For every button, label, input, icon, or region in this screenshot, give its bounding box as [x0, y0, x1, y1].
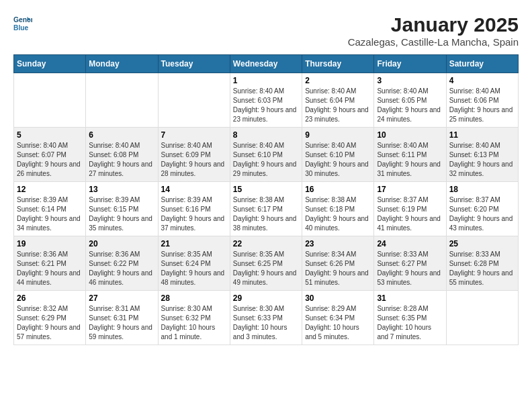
calendar-table: SundayMondayTuesdayWednesdayThursdayFrid… [13, 54, 519, 345]
calendar-cell: 12Sunrise: 8:39 AM Sunset: 6:14 PM Dayli… [14, 182, 86, 236]
cell-info: Sunrise: 8:30 AM Sunset: 6:32 PM Dayligh… [161, 304, 227, 342]
week-row-3: 12Sunrise: 8:39 AM Sunset: 6:14 PM Dayli… [14, 182, 519, 236]
cell-info: Sunrise: 8:31 AM Sunset: 6:31 PM Dayligh… [89, 304, 154, 342]
day-number: 14 [161, 185, 227, 194]
day-number: 17 [377, 185, 443, 194]
cell-info: Sunrise: 8:32 AM Sunset: 6:29 PM Dayligh… [17, 304, 83, 342]
calendar-cell: 29Sunrise: 8:30 AM Sunset: 6:33 PM Dayli… [230, 291, 302, 345]
logo: General Blue [13, 13, 32, 32]
day-number: 7 [161, 130, 227, 140]
calendar-cell: 27Sunrise: 8:31 AM Sunset: 6:31 PM Dayli… [86, 291, 158, 345]
page-subtitle: Cazalegas, Castille-La Mancha, Spain [348, 36, 519, 48]
cell-info: Sunrise: 8:37 AM Sunset: 6:20 PM Dayligh… [449, 195, 515, 233]
day-number: 28 [161, 293, 227, 303]
calendar-cell: 30Sunrise: 8:29 AM Sunset: 6:34 PM Dayli… [302, 291, 374, 345]
calendar-cell: 16Sunrise: 8:38 AM Sunset: 6:18 PM Dayli… [302, 182, 374, 236]
cell-info: Sunrise: 8:30 AM Sunset: 6:33 PM Dayligh… [233, 304, 299, 342]
cell-info: Sunrise: 8:36 AM Sunset: 6:22 PM Dayligh… [89, 250, 154, 287]
calendar-cell: 2Sunrise: 8:40 AM Sunset: 6:04 PM Daylig… [302, 73, 374, 128]
calendar-cell: 22Sunrise: 8:35 AM Sunset: 6:25 PM Dayli… [230, 236, 302, 291]
day-number: 19 [17, 239, 83, 248]
svg-text:Blue: Blue [13, 24, 29, 32]
calendar-cell: 26Sunrise: 8:32 AM Sunset: 6:29 PM Dayli… [14, 291, 86, 345]
day-number: 21 [161, 239, 227, 248]
day-number: 29 [233, 293, 299, 303]
calendar-cell: 10Sunrise: 8:40 AM Sunset: 6:11 PM Dayli… [374, 128, 446, 182]
day-number: 15 [233, 185, 299, 194]
calendar-cell: 21Sunrise: 8:35 AM Sunset: 6:24 PM Dayli… [158, 236, 230, 291]
cell-info: Sunrise: 8:28 AM Sunset: 6:35 PM Dayligh… [377, 304, 443, 342]
calendar-cell: 14Sunrise: 8:39 AM Sunset: 6:16 PM Dayli… [158, 182, 230, 236]
week-row-5: 26Sunrise: 8:32 AM Sunset: 6:29 PM Dayli… [14, 291, 519, 345]
calendar-cell: 3Sunrise: 8:40 AM Sunset: 6:05 PM Daylig… [374, 73, 446, 128]
cell-info: Sunrise: 8:40 AM Sunset: 6:08 PM Dayligh… [89, 141, 154, 179]
week-row-2: 5Sunrise: 8:40 AM Sunset: 6:07 PM Daylig… [14, 128, 519, 182]
calendar-cell: 17Sunrise: 8:37 AM Sunset: 6:19 PM Dayli… [374, 182, 446, 236]
day-number: 9 [305, 130, 371, 140]
logo-icon: General Blue [13, 13, 32, 32]
day-number: 3 [377, 76, 443, 85]
cell-info: Sunrise: 8:40 AM Sunset: 6:05 PM Dayligh… [377, 87, 443, 124]
calendar-cell [14, 73, 86, 128]
cell-info: Sunrise: 8:40 AM Sunset: 6:10 PM Dayligh… [233, 141, 299, 179]
cell-info: Sunrise: 8:35 AM Sunset: 6:25 PM Dayligh… [233, 250, 299, 287]
cell-info: Sunrise: 8:40 AM Sunset: 6:07 PM Dayligh… [17, 141, 83, 179]
cell-info: Sunrise: 8:39 AM Sunset: 6:16 PM Dayligh… [161, 195, 227, 233]
cell-info: Sunrise: 8:38 AM Sunset: 6:18 PM Dayligh… [305, 195, 371, 233]
calendar-cell: 13Sunrise: 8:39 AM Sunset: 6:15 PM Dayli… [86, 182, 158, 236]
weekday-header-thursday: Thursday [302, 55, 374, 73]
cell-info: Sunrise: 8:39 AM Sunset: 6:14 PM Dayligh… [17, 195, 83, 233]
page-title: January 2025 [348, 13, 519, 36]
weekday-header-saturday: Saturday [446, 55, 518, 73]
weekday-header-sunday: Sunday [14, 55, 86, 73]
day-number: 27 [89, 293, 154, 303]
day-number: 18 [449, 185, 515, 194]
day-number: 11 [449, 130, 515, 140]
cell-info: Sunrise: 8:40 AM Sunset: 6:04 PM Dayligh… [305, 87, 371, 124]
day-number: 23 [305, 239, 371, 248]
calendar-cell [86, 73, 158, 128]
cell-info: Sunrise: 8:35 AM Sunset: 6:24 PM Dayligh… [161, 250, 227, 287]
cell-info: Sunrise: 8:33 AM Sunset: 6:28 PM Dayligh… [449, 250, 515, 287]
weekday-header-tuesday: Tuesday [158, 55, 230, 73]
day-number: 10 [377, 130, 443, 140]
cell-info: Sunrise: 8:40 AM Sunset: 6:10 PM Dayligh… [305, 141, 371, 179]
day-number: 8 [233, 130, 299, 140]
calendar-cell: 25Sunrise: 8:33 AM Sunset: 6:28 PM Dayli… [446, 236, 518, 291]
calendar-cell: 5Sunrise: 8:40 AM Sunset: 6:07 PM Daylig… [14, 128, 86, 182]
day-number: 16 [305, 185, 371, 194]
cell-info: Sunrise: 8:37 AM Sunset: 6:19 PM Dayligh… [377, 195, 443, 233]
cell-info: Sunrise: 8:33 AM Sunset: 6:27 PM Dayligh… [377, 250, 443, 287]
calendar-cell: 6Sunrise: 8:40 AM Sunset: 6:08 PM Daylig… [86, 128, 158, 182]
calendar-cell [158, 73, 230, 128]
cell-info: Sunrise: 8:40 AM Sunset: 6:13 PM Dayligh… [449, 141, 515, 179]
day-number: 12 [17, 185, 83, 194]
cell-info: Sunrise: 8:40 AM Sunset: 6:03 PM Dayligh… [233, 87, 299, 124]
calendar-cell: 7Sunrise: 8:40 AM Sunset: 6:09 PM Daylig… [158, 128, 230, 182]
cell-info: Sunrise: 8:40 AM Sunset: 6:06 PM Dayligh… [449, 87, 515, 124]
calendar-cell: 28Sunrise: 8:30 AM Sunset: 6:32 PM Dayli… [158, 291, 230, 345]
day-number: 26 [17, 293, 83, 303]
calendar-cell: 31Sunrise: 8:28 AM Sunset: 6:35 PM Dayli… [374, 291, 446, 345]
cell-info: Sunrise: 8:40 AM Sunset: 6:09 PM Dayligh… [161, 141, 227, 179]
day-number: 22 [233, 239, 299, 248]
day-number: 5 [17, 130, 83, 140]
day-number: 30 [305, 293, 371, 303]
cell-info: Sunrise: 8:29 AM Sunset: 6:34 PM Dayligh… [305, 304, 371, 342]
cell-info: Sunrise: 8:39 AM Sunset: 6:15 PM Dayligh… [89, 195, 154, 233]
cell-info: Sunrise: 8:38 AM Sunset: 6:17 PM Dayligh… [233, 195, 299, 233]
calendar-cell: 8Sunrise: 8:40 AM Sunset: 6:10 PM Daylig… [230, 128, 302, 182]
weekday-header-wednesday: Wednesday [230, 55, 302, 73]
cell-info: Sunrise: 8:40 AM Sunset: 6:11 PM Dayligh… [377, 141, 443, 179]
calendar-cell: 20Sunrise: 8:36 AM Sunset: 6:22 PM Dayli… [86, 236, 158, 291]
day-number: 13 [89, 185, 154, 194]
day-number: 31 [377, 293, 443, 303]
calendar-cell: 9Sunrise: 8:40 AM Sunset: 6:10 PM Daylig… [302, 128, 374, 182]
day-number: 25 [449, 239, 515, 248]
calendar-cell: 4Sunrise: 8:40 AM Sunset: 6:06 PM Daylig… [446, 73, 518, 128]
weekday-header-friday: Friday [374, 55, 446, 73]
week-row-1: 1Sunrise: 8:40 AM Sunset: 6:03 PM Daylig… [14, 73, 519, 128]
calendar-cell: 11Sunrise: 8:40 AM Sunset: 6:13 PM Dayli… [446, 128, 518, 182]
calendar-cell: 15Sunrise: 8:38 AM Sunset: 6:17 PM Dayli… [230, 182, 302, 236]
weekday-header-row: SundayMondayTuesdayWednesdayThursdayFrid… [14, 55, 519, 73]
